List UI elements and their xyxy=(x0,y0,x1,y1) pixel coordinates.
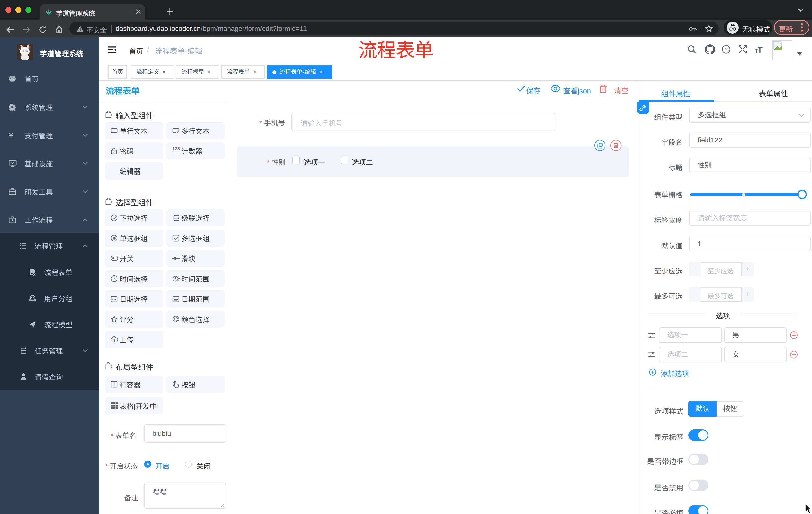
svg-text:?: ? xyxy=(725,47,728,52)
